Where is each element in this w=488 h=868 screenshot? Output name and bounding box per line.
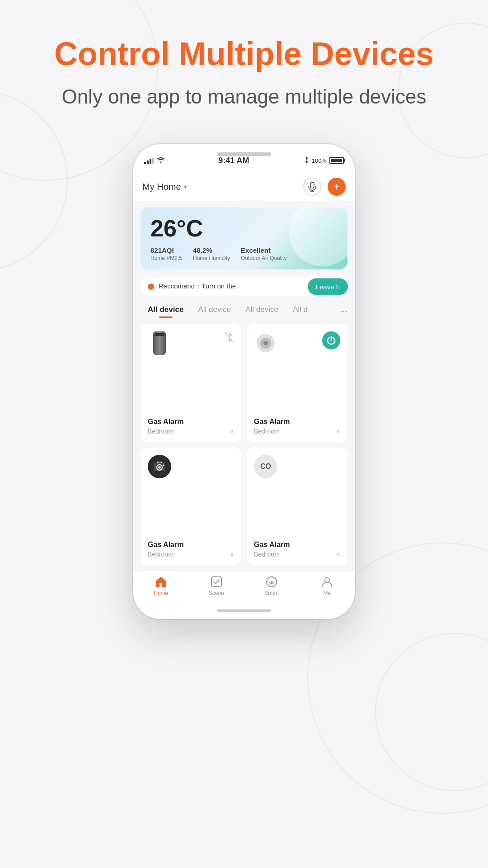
- recommendation-banner: Reccomend：Turn on the ✕ Leave h: [141, 277, 347, 296]
- device-3-name: Gas Alarm: [148, 541, 234, 549]
- svg-point-7: [261, 336, 263, 339]
- device-2-name: Gas Alarm: [254, 418, 340, 426]
- recommendation-dot-icon: [148, 283, 154, 290]
- device-4-room: Bedroom ∨: [254, 551, 340, 558]
- humidity-stat: 48.2% Home Humidity: [193, 246, 230, 261]
- device-card-2-footer: Gas Alarm Bedroom ∨: [254, 418, 340, 435]
- svg-point-10: [158, 466, 161, 469]
- device-2-room-name: Bedroom: [254, 428, 280, 435]
- device-1-room-name: Bedroom: [148, 428, 174, 435]
- air-quality-label: Outdoor Air Quality: [241, 255, 286, 261]
- bottom-navigation: Home Scene: [133, 571, 355, 603]
- nav-me-label: Me: [323, 590, 331, 596]
- nav-home-label: Home: [154, 590, 168, 596]
- tab-all-device-2[interactable]: All device: [191, 303, 238, 318]
- device-2-room: Bedroom ∨: [254, 428, 340, 435]
- speaker-device-icon: [254, 331, 277, 355]
- battery-icon: [329, 157, 344, 164]
- nav-scene-label: Scene: [209, 590, 224, 596]
- smart-nav-icon: [265, 576, 278, 588]
- pm25-label: Home PM2.5: [150, 255, 182, 261]
- page-content: Control Multiple Devices Only one app to…: [0, 0, 488, 619]
- signal-bars-icon: [144, 157, 154, 164]
- device-1-room: Bedroom ∨: [148, 428, 234, 435]
- air-quality-stat: Excellent Outdoor Air Quality: [241, 246, 286, 261]
- humidity-label: Home Humidity: [193, 255, 230, 261]
- device-card-3[interactable]: Gas Alarm Bedroom ∨: [141, 448, 241, 566]
- page-subheadline: Only one app to manage multiple devices: [34, 85, 453, 108]
- device-card-3-header: [148, 455, 234, 478]
- device-card-4-header: CO: [254, 455, 340, 478]
- device-4-name: Gas Alarm: [254, 541, 340, 549]
- phone-frame: 9:41 AM 100%: [133, 144, 355, 619]
- tab-all-device-3[interactable]: All device: [238, 303, 286, 318]
- microphone-button[interactable]: [303, 178, 321, 196]
- device-card-2-header: [254, 331, 340, 355]
- page-headline: Control Multiple Devices: [27, 36, 461, 72]
- nav-scene[interactable]: Scene: [189, 576, 244, 596]
- svg-point-13: [271, 581, 272, 583]
- dropdown-arrow-icon: ▾: [184, 184, 187, 190]
- room-arrow-3-icon: ∨: [230, 551, 234, 557]
- add-icon: +: [333, 180, 340, 193]
- air-quality-value: Excellent: [241, 246, 286, 254]
- recommendation-text: Reccomend：Turn on the: [159, 282, 330, 291]
- me-nav-icon: [321, 576, 333, 588]
- phone-mockup: 9:41 AM 100%: [133, 144, 355, 619]
- nav-home[interactable]: Home: [133, 576, 189, 596]
- svg-point-6: [263, 341, 268, 345]
- device-card-3-footer: Gas Alarm Bedroom ∨: [148, 541, 234, 558]
- room-arrow-4-icon: ∨: [336, 551, 340, 557]
- add-device-button[interactable]: +: [328, 178, 346, 196]
- bluetooth-status-icon: [303, 156, 309, 165]
- co-sensor-icon: CO: [254, 455, 277, 478]
- room-arrow-2-icon: ∨: [336, 428, 340, 434]
- nav-smart-label: Smart: [264, 590, 279, 596]
- tab-all-device-1[interactable]: All device: [141, 303, 191, 318]
- power-on-button[interactable]: [322, 331, 340, 349]
- phone-notch: [217, 152, 271, 156]
- bluetooth-off-icon: [224, 331, 234, 345]
- svg-rect-0: [310, 182, 314, 188]
- device-1-name: Gas Alarm: [148, 418, 234, 426]
- room-arrow-icon: ∨: [230, 428, 234, 434]
- device-grid: Gas Alarm Bedroom ∨: [133, 321, 355, 571]
- wifi-icon: [157, 156, 165, 165]
- weather-card: 26°C 821AQI Home PM2.5 48.2% Home Humidi…: [141, 208, 347, 269]
- home-indicator: [217, 609, 271, 612]
- device-card-4[interactable]: CO Gas Alarm Bedroom ∨: [247, 448, 347, 566]
- pm25-value: 821AQI: [150, 246, 182, 254]
- device-3-room-name: Bedroom: [148, 551, 174, 558]
- pm25-stat: 821AQI Home PM2.5: [150, 246, 182, 261]
- nav-smart[interactable]: Smart: [244, 576, 300, 596]
- tab-more-button[interactable]: ···: [340, 306, 347, 316]
- device-3-room: Bedroom ∨: [148, 551, 234, 558]
- device-card-4-footer: Gas Alarm Bedroom ∨: [254, 541, 340, 558]
- device-card-1-header: [148, 331, 234, 355]
- phone-bottom-area: [133, 603, 355, 619]
- svg-rect-12: [211, 577, 221, 587]
- leave-home-button[interactable]: Leave h: [308, 278, 348, 295]
- app-header: My Home ▾ +: [133, 172, 355, 201]
- svg-point-11: [163, 464, 164, 466]
- device-card-1-footer: Gas Alarm Bedroom ∨: [148, 418, 234, 435]
- device-4-room-name: Bedroom: [254, 551, 280, 558]
- header-actions: +: [303, 178, 346, 196]
- home-selector[interactable]: My Home ▾: [142, 182, 187, 192]
- nav-me[interactable]: Me: [300, 576, 355, 596]
- status-left: [144, 156, 165, 165]
- status-time: 9:41 AM: [218, 156, 249, 165]
- tab-all-device-4[interactable]: All d: [286, 303, 315, 318]
- home-name-label: My Home: [142, 182, 181, 192]
- weather-stats: 821AQI Home PM2.5 48.2% Home Humidity Ex…: [150, 246, 338, 261]
- app-content: My Home ▾ +: [133, 172, 355, 603]
- gas-alarm-cylinder-icon: [148, 331, 171, 355]
- scene-nav-icon: [210, 576, 223, 588]
- home-nav-icon: [155, 576, 167, 588]
- status-right: 100%: [303, 156, 344, 165]
- device-card-1[interactable]: Gas Alarm Bedroom ∨: [141, 324, 241, 442]
- device-card-2[interactable]: Gas Alarm Bedroom ∨: [247, 324, 347, 442]
- device-tabs: All device All device All device All d ·…: [133, 299, 355, 321]
- camera-device-icon: [148, 455, 171, 478]
- temperature-display: 26°C: [150, 217, 338, 240]
